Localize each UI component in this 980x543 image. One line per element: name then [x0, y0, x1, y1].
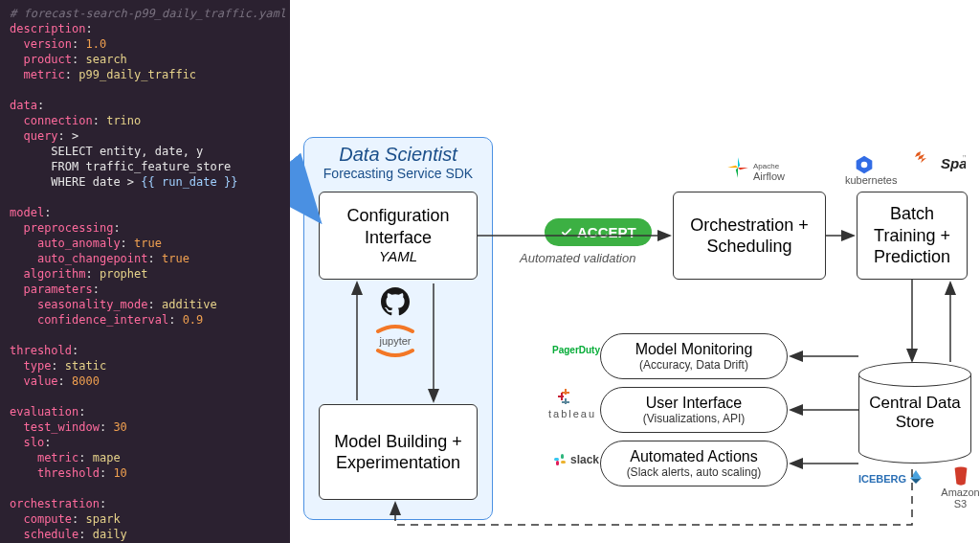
label-airflow: ApacheApache AirflowAirflow	[753, 159, 785, 182]
svg-marker-6	[911, 479, 921, 484]
svg-rect-8	[562, 392, 569, 394]
tableau-icon	[556, 387, 575, 406]
check-icon	[560, 226, 573, 239]
svg-rect-12	[561, 393, 563, 400]
label-automated-validation: Automated validation	[520, 251, 635, 265]
svg-text:jupyter: jupyter	[378, 335, 411, 347]
label-kubernetes: kubernetes	[845, 174, 897, 186]
node-config-interface: Configuration Interface YAML	[319, 192, 478, 280]
spark-icon: Spark ™	[912, 149, 966, 178]
node-orchestration: Orchestration + Scheduling	[673, 192, 826, 280]
slack-icon: slack	[552, 452, 599, 467]
pill-user-interface: User Interface (Visualizations, API)	[600, 387, 788, 433]
iceberg-icon	[908, 469, 924, 485]
svg-rect-16	[556, 461, 559, 465]
svg-rect-13	[554, 458, 559, 461]
jupyter-icon: jupyter	[367, 322, 424, 360]
group-title: Data Scientist	[304, 138, 492, 166]
pill-model-monitoring: Model Monitoring (Accuracy, Data Drift)	[600, 333, 788, 379]
accept-badge: ACCEPT	[545, 218, 652, 246]
svg-marker-5	[910, 470, 922, 479]
github-icon	[381, 287, 410, 316]
node-batch: Batch Training + Prediction	[857, 192, 968, 280]
svg-point-2	[861, 162, 868, 169]
node-model-building: Model Building + Experimentation	[319, 404, 478, 500]
label-tableau: tableau	[548, 408, 596, 419]
svg-rect-14	[561, 454, 564, 459]
yaml-code-panel: # forecast-search-p99_daily_traffic.yaml…	[0, 0, 290, 543]
kubernetes-icon	[855, 155, 874, 174]
architecture-diagram: Data Scientist Forecasting Service SDK C…	[290, 0, 980, 543]
svg-rect-10	[562, 401, 569, 403]
label-iceberg: ICEBERG	[858, 473, 906, 485]
label-pagerduty: PagerDuty	[552, 345, 600, 355]
group-subtitle: Forecasting Service SDK	[304, 166, 492, 181]
airflow-icon	[725, 155, 750, 180]
pill-automated-actions: Automated Actions (Slack alerts, auto sc…	[600, 441, 788, 486]
code-filename: # forecast-search-p99_daily_traffic.yaml	[10, 7, 286, 20]
svg-text:™: ™	[962, 154, 966, 160]
svg-rect-15	[561, 461, 566, 464]
s3-icon: Amazon S3	[941, 465, 980, 509]
